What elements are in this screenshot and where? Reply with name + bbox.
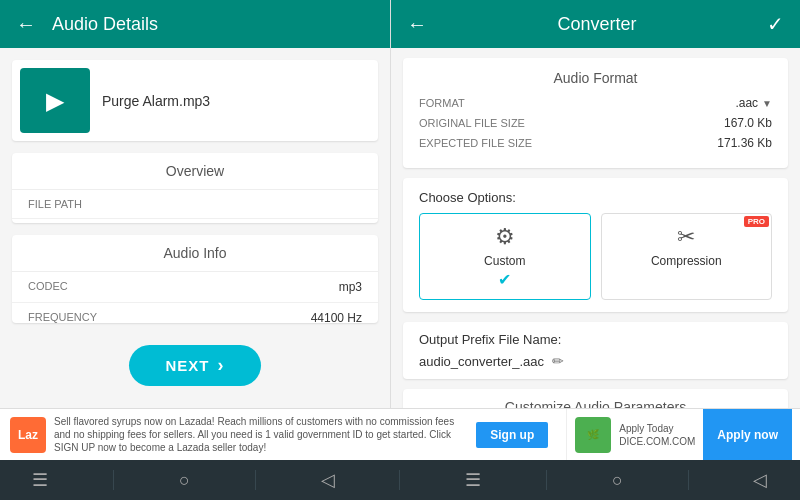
freq-value: 44100 Hz: [311, 311, 362, 323]
left-back-button[interactable]: ←: [16, 13, 36, 36]
left-title: Audio Details: [52, 14, 158, 35]
format-text: .aac: [735, 96, 758, 110]
ad-left-text: Sell flavored syrups now on Lazada! Reac…: [54, 415, 468, 454]
audio-info-title: Audio Info: [12, 235, 378, 272]
format-row-format: FORMAT .aac ▼: [419, 96, 772, 110]
nav-divider-1: [113, 470, 114, 490]
prefix-value-row: audio_converter_.aac ✏: [419, 353, 772, 369]
custom-check-icon: ✔: [498, 270, 511, 289]
nav-divider-4: [546, 470, 547, 490]
audio-freq-row: FREQUENCY 44100 Hz: [12, 303, 378, 323]
ad-right: 🌿 Apply Today DICE.COM.COM Apply now: [567, 409, 800, 460]
filepath-label: FILE PATH: [28, 198, 82, 210]
compression-icon: ✂: [677, 224, 695, 250]
ad-right-text: Apply Today DICE.COM.COM: [619, 422, 695, 448]
customize-card: Customize Audio Parameters CODEC AAC ▼ F…: [403, 389, 788, 408]
nav-home-icon[interactable]: ○: [179, 470, 190, 491]
left-panel: ← Audio Details ▶ Purge Alarm.mp3 Overvi…: [0, 0, 390, 408]
right-panel: ← Converter ✓ Audio Format FORMAT .aac ▼…: [390, 0, 800, 408]
nav-bar: ☰ ○ ◁ ☰ ○ ◁: [0, 460, 800, 500]
options-card: Choose Options: ⚙ Custom ✔ PRO ✂ Compres…: [403, 178, 788, 312]
audio-codec-row: CODEC mp3: [12, 272, 378, 303]
option-custom[interactable]: ⚙ Custom ✔: [419, 213, 591, 300]
nav-divider-3: [399, 470, 400, 490]
confirm-button[interactable]: ✓: [767, 12, 784, 36]
nav-back-right-icon[interactable]: ◁: [753, 469, 767, 491]
ad-left-logo: Laz: [10, 417, 46, 453]
next-btn-container: NEXT ›: [12, 335, 378, 396]
audio-format-title: Audio Format: [419, 70, 772, 86]
ad-left: Laz Sell flavored syrups now on Lazada! …: [0, 409, 567, 460]
next-button[interactable]: NEXT ›: [129, 345, 260, 386]
pro-badge: PRO: [744, 216, 769, 227]
format-row-expected: EXPECTED FILE SIZE 171.36 Kb: [419, 136, 772, 150]
option-compression[interactable]: PRO ✂ Compression: [601, 213, 773, 300]
audio-file-card: ▶ Purge Alarm.mp3: [12, 60, 378, 141]
overview-row-filepath: FILE PATH: [12, 190, 378, 219]
ad-right-title: Apply Today: [619, 422, 695, 435]
play-icon: ▶: [46, 87, 64, 115]
overview-row-duration: DURATION 00:00:10: [12, 219, 378, 223]
edit-icon[interactable]: ✏: [552, 353, 564, 369]
apply-now-button[interactable]: Apply now: [703, 409, 792, 460]
nav-menu-right-icon[interactable]: ☰: [465, 469, 481, 491]
audio-info-card: Audio Info CODEC mp3 FREQUENCY 44100 Hz …: [12, 235, 378, 323]
custom-label: Custom: [484, 254, 525, 268]
custom-icon: ⚙: [495, 224, 515, 250]
codec-label: CODEC: [28, 280, 68, 294]
freq-label: FREQUENCY: [28, 311, 97, 323]
expected-size-label: EXPECTED FILE SIZE: [419, 137, 532, 149]
prefix-title: Output Prefix File Name:: [419, 332, 772, 347]
audio-format-card: Audio Format FORMAT .aac ▼ ORIGINAL FILE…: [403, 58, 788, 168]
customize-title: Customize Audio Parameters: [419, 399, 772, 408]
ad-right-subtitle: DICE.COM.COM: [619, 435, 695, 448]
original-size-label: ORIGINAL FILE SIZE: [419, 117, 525, 129]
left-header: ← Audio Details: [0, 0, 390, 48]
format-dropdown-icon: ▼: [762, 98, 772, 109]
left-body: ▶ Purge Alarm.mp3 Overview FILE PATH DUR…: [0, 48, 390, 408]
output-prefix-section: Output Prefix File Name: audio_converter…: [403, 322, 788, 379]
audio-file-name: Purge Alarm.mp3: [102, 93, 210, 109]
options-label: Choose Options:: [419, 190, 772, 205]
next-label: NEXT: [165, 357, 209, 374]
nav-menu-icon[interactable]: ☰: [32, 469, 48, 491]
next-arrow-icon: ›: [218, 355, 225, 376]
right-header: ← Converter ✓: [391, 0, 800, 48]
right-title: Converter: [557, 14, 636, 35]
play-thumbnail[interactable]: ▶: [20, 68, 90, 133]
format-label: FORMAT: [419, 97, 465, 109]
codec-value: mp3: [339, 280, 362, 294]
ad-signup-button[interactable]: Sign up: [476, 422, 548, 448]
format-row-original: ORIGINAL FILE SIZE 167.0 Kb: [419, 116, 772, 130]
nav-circle-right-icon[interactable]: ○: [612, 470, 623, 491]
right-back-button[interactable]: ←: [407, 13, 427, 36]
overview-card: Overview FILE PATH DURATION 00:00:10 SIZ…: [12, 153, 378, 223]
ad-bar: Laz Sell flavored syrups now on Lazada! …: [0, 408, 800, 460]
nav-back-icon[interactable]: ◁: [321, 469, 335, 491]
prefix-value: audio_converter_.aac: [419, 354, 544, 369]
ad-right-logo: 🌿: [575, 417, 611, 453]
compression-label: Compression: [651, 254, 722, 268]
overview-title: Overview: [12, 153, 378, 190]
options-grid: ⚙ Custom ✔ PRO ✂ Compression: [419, 213, 772, 300]
nav-divider-5: [688, 470, 689, 490]
right-body: Audio Format FORMAT .aac ▼ ORIGINAL FILE…: [391, 48, 800, 408]
expected-size-value: 171.36 Kb: [717, 136, 772, 150]
nav-divider-2: [255, 470, 256, 490]
original-size-value: 167.0 Kb: [724, 116, 772, 130]
format-value[interactable]: .aac ▼: [735, 96, 772, 110]
